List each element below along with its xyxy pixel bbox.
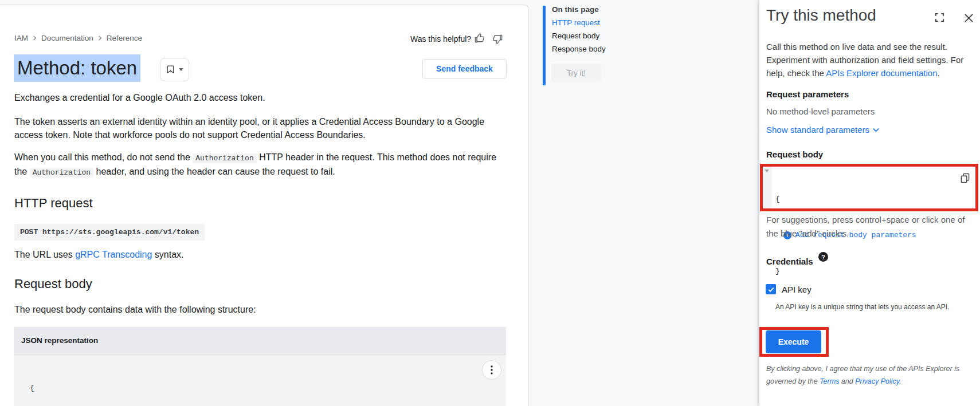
intro-paragraph: Exchanges a credential for a Google OAut… (14, 92, 507, 105)
json-code-block: { "grantType": string, "audience": strin… (14, 354, 506, 406)
token-description-paragraph: The token asserts an external identity w… (14, 116, 512, 141)
breadcrumb-iam[interactable]: IAM (14, 34, 28, 42)
api-key-checkbox[interactable] (766, 284, 776, 294)
authorization-code-chip: Authorization (193, 153, 256, 163)
legal-text: By clicking above, I agree that my use o… (766, 362, 980, 388)
toc-link-request-body[interactable]: Request body (552, 31, 599, 40)
bookmark-icon (166, 65, 175, 74)
panel-title: Try this method (766, 6, 876, 25)
toc-link-response-body[interactable]: Response body (552, 45, 606, 53)
checkmark-icon (767, 286, 775, 293)
http-request-code: POST https://sts.googleapis.com/v1/token (14, 224, 205, 241)
chevron-right-icon (32, 36, 37, 41)
authorization-code-chip: Authorization (30, 168, 93, 178)
chevron-down-icon (873, 128, 879, 132)
try-this-method-panel: Try this method Call this method on live… (759, 0, 980, 406)
thumbs-down-icon[interactable] (492, 33, 503, 45)
no-parameters-text: No method-level parameters (766, 107, 875, 116)
chevron-right-icon (97, 36, 103, 41)
suggestions-hint: For suggestions, press control+space or … (766, 213, 971, 240)
help-icon[interactable]: ? (818, 252, 828, 262)
try-it-button[interactable]: Try it! (551, 64, 601, 82)
credentials-heading: Credentials (766, 257, 813, 266)
api-key-description: An API key is a unique string that lets … (775, 303, 973, 311)
kebab-menu-icon (491, 365, 493, 375)
breadcrumb-reference[interactable]: Reference (107, 34, 142, 42)
toc-accent-bar (543, 6, 546, 85)
breadcrumb: IAM Documentation Reference (14, 34, 142, 42)
was-this-helpful-label: Was this helpful? (410, 34, 471, 44)
chevron-down-icon (179, 68, 183, 71)
thumbs-up-icon[interactable] (473, 32, 485, 44)
json-representation-table: JSON representation { "grantType": strin… (14, 327, 506, 406)
panel-request-body-heading: Request body (766, 149, 823, 159)
page-title: Method: token (14, 54, 140, 82)
doc-content-card: IAM Documentation Reference Was this hel… (0, 5, 529, 406)
request-body-intro: The request body contains data with the … (14, 305, 256, 315)
code-line: } (763, 265, 975, 277)
terms-link[interactable]: Terms (820, 377, 839, 385)
panel-description: Call this method on live data and see th… (766, 40, 969, 80)
toc-link-http-request[interactable]: HTTP request (552, 18, 600, 27)
code-line: { (30, 382, 506, 395)
grpc-transcoding-link[interactable]: gRPC Transcoding (75, 250, 152, 259)
request-parameters-heading: Request parameters (766, 89, 849, 99)
request-body-editor[interactable]: { + Add request body parameters } (763, 167, 975, 208)
request-body-heading: Request body (14, 277, 92, 291)
annotation-box-request-body: { + Add request body parameters } (760, 164, 978, 211)
code-actions-menu-button[interactable] (482, 360, 501, 380)
on-this-page-title: On this page (552, 5, 599, 14)
fullscreen-icon[interactable] (933, 11, 946, 23)
show-standard-parameters-link[interactable]: Show standard parameters (766, 125, 879, 135)
json-table-header: JSON representation (14, 327, 506, 354)
execute-button[interactable]: Execute (766, 330, 821, 353)
close-icon[interactable] (962, 11, 975, 24)
copy-icon[interactable] (960, 173, 970, 183)
breadcrumb-documentation[interactable]: Documentation (41, 34, 93, 42)
http-request-heading: HTTP request (14, 196, 93, 211)
apis-explorer-doc-link[interactable]: APIs Explorer documentation (826, 68, 937, 78)
code-line: { (763, 193, 975, 205)
api-key-label[interactable]: API key (782, 285, 812, 294)
bookmark-button[interactable] (160, 58, 189, 81)
page: IAM Documentation Reference Was this hel… (0, 0, 980, 406)
grpc-transcoding-line: The URL uses gRPC Transcoding syntax. (14, 250, 184, 260)
authorization-warning-paragraph: When you call this method, do not send t… (14, 151, 500, 179)
privacy-policy-link[interactable]: Privacy Policy (855, 377, 899, 385)
send-feedback-button[interactable]: Send feedback (422, 59, 507, 78)
